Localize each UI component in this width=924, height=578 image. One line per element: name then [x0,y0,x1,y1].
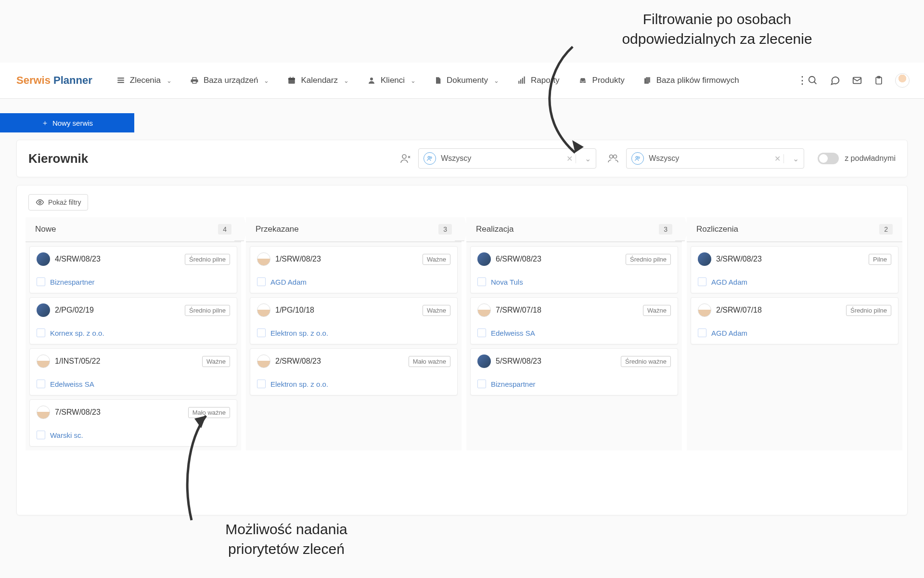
priority-badge: Średnio ważne [621,356,671,367]
client-icon [257,328,266,337]
svg-point-20 [428,157,430,158]
clear-filter2-icon[interactable]: ✕ [771,154,784,163]
client-icon [37,277,45,286]
task-card[interactable]: 2/PG/02/19Średnio pilneKornex sp. z o.o. [29,297,237,344]
svg-rect-5 [290,77,291,79]
subordinates-toggle-wrap: z podwładnymi [818,153,896,164]
task-card[interactable]: 7/SRW/08/23Mało ważneWarski sc. [29,399,237,447]
assignee-avatar [698,303,711,317]
client-name: AGD Adam [711,329,747,337]
client-icon [698,328,706,337]
doc-icon [434,76,442,85]
assignee-avatar [698,252,711,266]
task-card[interactable]: 2/SRW/08/23Mało ważneElektron sp. z o.o. [250,348,458,395]
client-icon [257,380,266,388]
client-name: Edelweiss SA [491,329,535,337]
svg-rect-0 [117,78,124,79]
nav-baza-plików-firmowych[interactable]: Baza plików firmowych [643,76,739,85]
client-name: Biznespartner [491,380,536,388]
filter2-value: Wszyscy [649,154,767,163]
task-card[interactable]: 1/INST/05/22WażneEdelweiss SA [29,348,237,395]
nav-label: Klienci [381,76,405,85]
nav-label: Baza plików firmowych [656,76,739,85]
task-card[interactable]: 4/SRW/08/23Średnio pilneBiznespartner [29,246,237,293]
responsible-filter-2[interactable]: Wszyscy ✕ ⌄ [626,148,804,169]
priority-badge: Średnio pilne [185,254,230,265]
nav-dokumenty[interactable]: Dokumenty⌄ [434,76,499,85]
client-icon [477,277,486,286]
subordinates-toggle[interactable] [818,153,839,164]
svg-point-24 [636,157,638,158]
task-id: 1/INST/05/22 [55,357,100,366]
nav-label: Raporty [531,76,560,85]
column-title: Przekazane [256,224,299,234]
client-name: AGD Adam [711,278,747,286]
new-service-button[interactable]: ＋ Nowy serwis [0,113,134,132]
clear-filter1-icon[interactable]: ✕ [564,154,576,163]
task-id: 7/SRW/08/23 [55,408,101,417]
task-card[interactable]: 7/SRW/07/18WażneEdelweiss SA [470,297,678,344]
column-header: Rozliczenia2 [687,217,902,242]
column-title: Realizacja [476,224,513,234]
nav-produkty[interactable]: Produkty [578,76,625,85]
column-body: 1/SRW/08/23WażneAGD Adam1/PG/10/18WażneE… [246,242,462,399]
assignee-avatar [477,303,491,317]
svg-rect-6 [293,77,294,79]
nav-kalendarz[interactable]: Kalendarz⌄ [287,76,349,85]
show-filters-button[interactable]: Pokaż filtry [28,194,88,210]
client-name: Elektron sp. z o.o. [270,329,328,337]
chevron-down-icon: ⌄ [264,77,269,84]
column-body: 6/SRW/08/23Średnio pilneNova Tuls7/SRW/0… [466,242,682,399]
task-id: 2/SRW/08/23 [275,357,321,366]
task-card[interactable]: 6/SRW/08/23Średnio pilneNova Tuls [470,246,678,293]
task-card[interactable]: 1/PG/10/18WażneElektron sp. z o.o. [250,297,458,344]
client-name: Biznespartner [50,278,95,286]
chevron-down-icon[interactable]: ⌄ [789,154,799,163]
chevron-down-icon: ⌄ [411,77,416,84]
svg-rect-1 [117,80,124,81]
assignee-avatar [37,252,50,266]
files-icon [643,76,652,85]
svg-point-25 [638,157,640,159]
task-card[interactable]: 5/SRW/08/23Średnio ważneBiznespartner [470,348,678,395]
svg-rect-11 [524,77,525,84]
svg-point-23 [614,155,617,158]
task-id: 4/SRW/08/23 [55,255,101,263]
nav-label: Produkty [592,76,625,85]
nav-baza-urządzeń[interactable]: Baza urządzeń⌄ [190,76,269,85]
top-navbar: Serwis Planner Zlecenia⌄Baza urządzeń⌄Ka… [0,63,924,99]
nav-raporty[interactable]: Raporty [517,76,560,85]
eye-icon [36,198,44,207]
task-card[interactable]: 2/SRW/07/18Średnio pilneAGD Adam [691,297,898,344]
client-icon [698,277,706,286]
responsible-filter-1[interactable]: Wszyscy ✕ ⌄ [418,148,596,169]
nav-klienci[interactable]: Klienci⌄ [367,76,416,85]
mail-icon[interactable] [852,75,862,86]
priority-badge: Ważne [423,305,450,316]
task-card[interactable]: 3/SRW/08/23PilneAGD Adam [691,246,898,293]
chat-icon[interactable] [830,75,840,86]
topbar-right [808,73,910,88]
kanban-board: Pokaż filtry Nowe44/SRW/08/23Średnio pil… [16,185,908,515]
search-icon[interactable] [808,75,818,86]
column-header: Realizacja3 [466,217,682,242]
client-icon [477,380,486,388]
client-icon [257,277,266,286]
client-name: AGD Adam [270,278,307,286]
svg-rect-9 [520,79,521,84]
priority-badge: Pilne [869,254,891,265]
nav-zlecenia[interactable]: Zlecenia⌄ [116,76,172,85]
nav-label: Kalendarz [301,76,338,85]
client-icon [37,431,45,439]
priority-badge: Ważne [423,254,450,265]
team-icon [607,153,619,164]
user-avatar[interactable] [895,73,910,88]
chevron-down-icon[interactable]: ⌄ [581,154,591,163]
clipboard-icon[interactable] [874,75,884,86]
more-menu-icon[interactable]: ⋮ [797,74,808,87]
svg-point-14 [809,77,815,83]
task-id: 6/SRW/08/23 [496,255,541,263]
show-filters-label: Pokaż filtry [48,198,81,206]
task-card[interactable]: 1/SRW/08/23WażneAGD Adam [250,246,458,293]
task-id: 5/SRW/08/23 [496,357,541,366]
